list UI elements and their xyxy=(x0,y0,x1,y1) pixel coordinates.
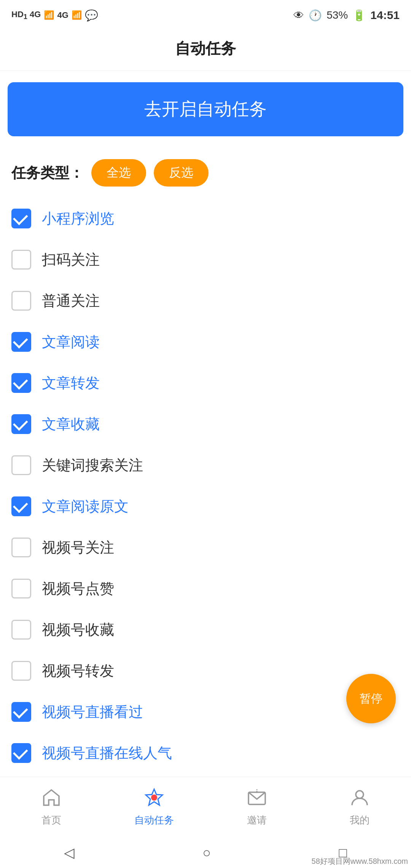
status-left: HD1 4G 📶 4G 📶 💬 xyxy=(11,9,98,22)
task-label: 视频号转发 xyxy=(42,661,114,681)
task-label: 文章阅读原文 xyxy=(42,497,129,516)
select-all-button[interactable]: 全选 xyxy=(91,159,146,187)
eye-icon: 👁 xyxy=(293,9,304,22)
signal-bars: 📶 xyxy=(44,10,54,20)
nav-item-invite[interactable]: 邀请 xyxy=(206,788,308,827)
checkbox-box[interactable] xyxy=(11,455,31,475)
home-button[interactable]: ○ xyxy=(202,845,211,861)
task-item[interactable]: 视频号直播在线人气 xyxy=(0,732,411,774)
task-item[interactable]: 视频号收藏 xyxy=(0,609,411,650)
checkbox-box[interactable] xyxy=(11,743,31,763)
task-item[interactable]: 普通关注 xyxy=(0,280,411,321)
home-nav-icon xyxy=(41,788,61,811)
checkbox-box[interactable] xyxy=(11,373,31,393)
task-item[interactable]: 关键词搜索关注 xyxy=(0,445,411,486)
status-carrier: HD1 4G xyxy=(11,10,41,21)
wifi-icon: 📶 xyxy=(72,10,82,20)
task-label: 文章收藏 xyxy=(42,415,100,434)
task-label: 视频号关注 xyxy=(42,538,114,557)
svg-point-3 xyxy=(356,791,363,798)
nav-item-mine[interactable]: 我的 xyxy=(308,788,411,827)
task-item[interactable]: 视频号转发 xyxy=(0,650,411,691)
invite-nav-label: 邀请 xyxy=(247,814,267,827)
start-button-wrap: 去开启自动任务 xyxy=(0,71,411,148)
status-carrier2: 4G xyxy=(57,10,68,20)
home-nav-label: 首页 xyxy=(41,814,61,827)
back-button[interactable]: ◁ xyxy=(64,845,75,861)
checkbox-box[interactable] xyxy=(11,496,31,516)
status-bar: HD1 4G 📶 4G 📶 💬 👁 🕐 53% 🔋 14:51 xyxy=(0,0,411,30)
checkbox-box[interactable] xyxy=(11,579,31,598)
task-label: 文章转发 xyxy=(42,373,100,393)
checkbox-box[interactable] xyxy=(11,291,31,311)
task-item[interactable]: 视频号关注 xyxy=(0,527,411,568)
auto-nav-label: 自动任务 xyxy=(134,814,174,827)
auto-nav-icon xyxy=(144,788,164,811)
task-item[interactable]: 小程序浏览 xyxy=(0,198,411,239)
nav-item-auto[interactable]: 自动任务 xyxy=(103,788,206,827)
battery-icon: 🔋 xyxy=(352,9,366,22)
clock: 14:51 xyxy=(370,9,400,22)
task-label: 视频号收藏 xyxy=(42,620,114,640)
checkbox-box[interactable] xyxy=(11,332,31,352)
checkbox-box[interactable] xyxy=(11,702,31,722)
battery-level: 53% xyxy=(327,9,348,21)
main-content: 去开启自动任务 任务类型： 全选 反选 小程序浏览扫码关注普通关注文章阅读文章转… xyxy=(0,71,411,868)
task-item[interactable]: 文章阅读 xyxy=(0,321,411,362)
task-label: 视频号直播在线人气 xyxy=(42,744,172,763)
task-item[interactable]: 扫码关注 xyxy=(0,239,411,280)
nav-item-home[interactable]: 首页 xyxy=(0,788,103,827)
page-header: 自动任务 xyxy=(0,30,411,71)
mine-nav-label: 我的 xyxy=(350,814,370,827)
start-auto-task-button[interactable]: 去开启自动任务 xyxy=(8,82,403,136)
task-type-label: 任务类型： xyxy=(11,163,84,183)
task-item[interactable]: 文章阅读原文 xyxy=(0,486,411,527)
task-label: 扫码关注 xyxy=(42,250,100,270)
pause-label: 暂停 xyxy=(360,691,382,707)
watermark: 58好项目网www.58hxm.com xyxy=(312,856,408,866)
task-label: 文章阅读 xyxy=(42,332,100,352)
task-label: 视频号直播看过 xyxy=(42,702,143,722)
page-title: 自动任务 xyxy=(175,40,236,57)
task-label: 小程序浏览 xyxy=(42,209,114,228)
status-right: 👁 🕐 53% 🔋 14:51 xyxy=(293,9,400,22)
checkbox-box[interactable] xyxy=(11,661,31,681)
task-checkbox-list: 小程序浏览扫码关注普通关注文章阅读文章转发文章收藏关键词搜索关注文章阅读原文视频… xyxy=(0,194,411,860)
checkbox-box[interactable] xyxy=(11,538,31,557)
task-item[interactable]: 文章转发 xyxy=(0,362,411,404)
task-label: 视频号点赞 xyxy=(42,579,114,598)
svg-point-1 xyxy=(151,795,157,801)
checkbox-box[interactable] xyxy=(11,250,31,270)
task-item[interactable]: 视频号点赞 xyxy=(0,568,411,609)
checkbox-box[interactable] xyxy=(11,209,31,228)
bottom-nav: 首页 自动任务 邀请 我的 xyxy=(0,777,411,838)
mine-nav-icon xyxy=(350,788,370,811)
checkbox-box[interactable] xyxy=(11,414,31,434)
task-type-row: 任务类型： 全选 反选 xyxy=(0,148,411,194)
task-label: 普通关注 xyxy=(42,291,100,311)
checkbox-box[interactable] xyxy=(11,620,31,640)
invite-nav-icon xyxy=(247,788,267,811)
task-label: 关键词搜索关注 xyxy=(42,456,143,475)
deselect-button[interactable]: 反选 xyxy=(154,159,209,187)
task-item[interactable]: 文章收藏 xyxy=(0,404,411,445)
wechat-icon: 💬 xyxy=(85,9,98,22)
timer-icon: 🕐 xyxy=(309,9,322,22)
pause-float-button[interactable]: 暂停 xyxy=(346,674,396,723)
